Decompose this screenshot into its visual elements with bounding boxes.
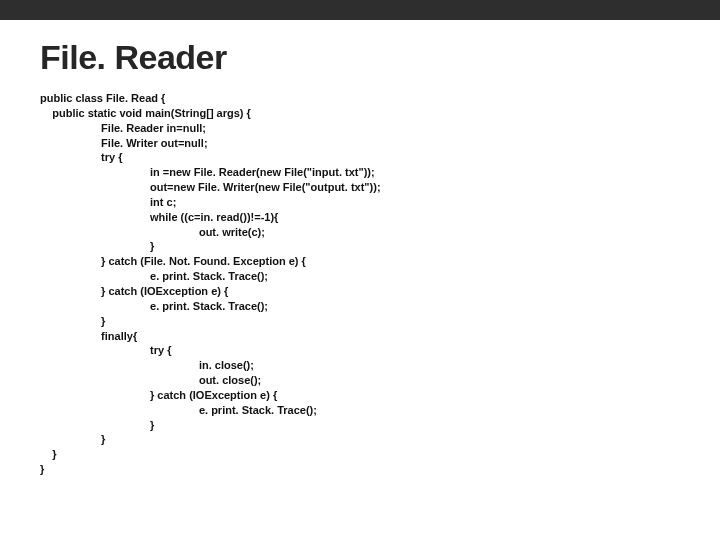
- slide-title: File. Reader: [40, 38, 680, 77]
- top-bar: [0, 0, 720, 20]
- slide-body: File. Reader public class File. Read { p…: [0, 20, 720, 487]
- code-block: public class File. Read { public static …: [40, 91, 680, 477]
